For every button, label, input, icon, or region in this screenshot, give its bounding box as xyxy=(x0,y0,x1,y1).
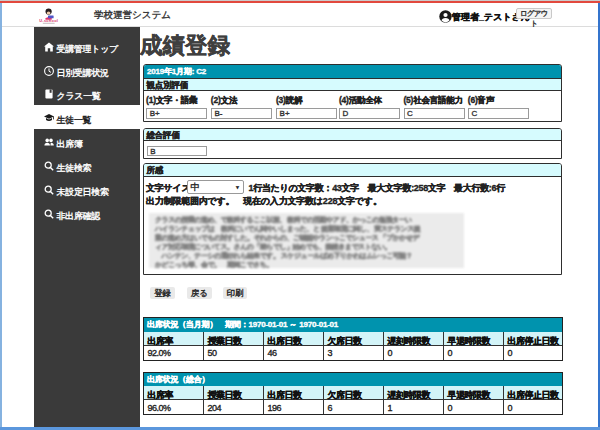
svg-text:U-school: U-school xyxy=(39,18,58,23)
